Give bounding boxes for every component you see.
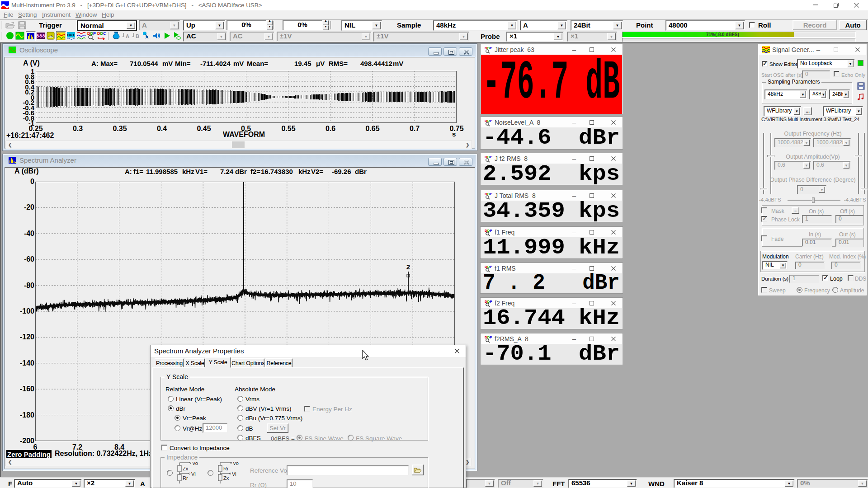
svg-text:A: A [126, 33, 129, 39]
svg-text:DDP: DDP [485, 229, 492, 233]
svg-text:DDP: DDP [87, 31, 96, 36]
svg-text:Vo: Vo [233, 462, 239, 466]
svg-text:Vi: Vi [191, 471, 196, 477]
svg-text:DDP: DDP [485, 265, 492, 269]
svg-text:DDP: DDP [485, 119, 492, 123]
svg-text:B: B [136, 33, 139, 39]
svg-text:DDP: DDP [485, 155, 492, 159]
svg-text:DDP: DDP [485, 300, 492, 304]
svg-text:Rr: Rr [223, 466, 229, 471]
svg-text:Vo: Vo [192, 462, 198, 466]
svg-text:Rr: Rr [183, 475, 188, 481]
svg-text:Zx: Zx [183, 466, 189, 471]
svg-text:Vi: Vi [232, 471, 236, 477]
svg-text:DDP: DDP [485, 335, 492, 339]
svg-text:DDC: DDC [97, 31, 106, 36]
svg-text:888: 888 [36, 33, 45, 39]
svg-text:DDP: DDP [485, 192, 492, 196]
svg-text:Zx: Zx [223, 475, 229, 481]
svg-text:DUT: DUT [67, 33, 75, 37]
svg-text:2: 2 [406, 263, 410, 271]
svg-text:DDP: DDP [485, 46, 492, 50]
